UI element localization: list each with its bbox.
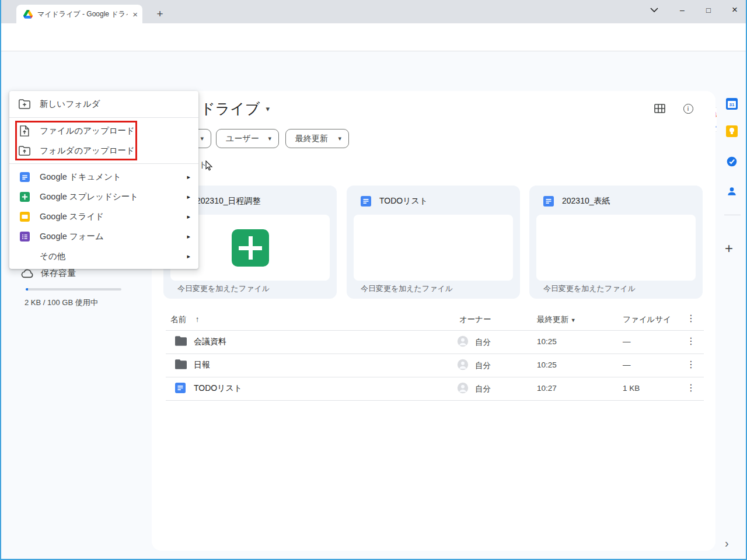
- filter-chip-user[interactable]: ユーザー ▾: [216, 129, 279, 148]
- owner-avatar: [457, 382, 469, 394]
- owner-avatar: [457, 335, 469, 347]
- menu-item-google-sheets[interactable]: Google スプレッドシート ▸: [9, 187, 198, 206]
- maximize-button[interactable]: □: [700, 0, 717, 20]
- row-menu-icon[interactable]: ⋮: [686, 359, 696, 370]
- menu-item-google-slides[interactable]: Google スライド ▸: [9, 206, 198, 226]
- submenu-arrow-icon: ▸: [187, 233, 190, 240]
- tasks-icon[interactable]: [725, 155, 738, 168]
- table-row[interactable]: 会議資料 自分 10:25 — ⋮: [152, 330, 715, 354]
- docs-icon: [175, 383, 186, 393]
- keep-icon[interactable]: [725, 125, 738, 138]
- info-icon[interactable]: i: [682, 102, 694, 115]
- menu-item-google-forms[interactable]: Google フォーム ▸: [9, 226, 198, 246]
- slides-icon: [19, 212, 30, 222]
- card-file-name: TODOリスト: [379, 196, 428, 206]
- table-row[interactable]: TODOリスト 自分 10:27 1 KB ⋮: [152, 377, 715, 400]
- get-addons-icon[interactable]: +: [725, 240, 733, 257]
- filter-chip-modified[interactable]: 最終更新 ▾: [285, 129, 349, 148]
- card-file-name: 202310_日程調整: [196, 196, 261, 206]
- chevron-down-icon: ▾: [200, 135, 204, 142]
- close-button[interactable]: ×: [726, 0, 743, 20]
- card-reason: 今日変更を加えたファイル: [543, 284, 636, 294]
- google-side-panel: 31 +: [717, 85, 747, 560]
- storage-progress-bar: [26, 288, 121, 290]
- mouse-cursor: [205, 160, 213, 171]
- hide-side-panel-icon[interactable]: ›: [725, 537, 729, 550]
- submenu-arrow-icon: ▸: [187, 253, 190, 260]
- minimize-button[interactable]: –: [673, 0, 691, 20]
- folder-icon: [175, 359, 187, 369]
- column-modified[interactable]: 最終更新 ▼: [537, 314, 576, 325]
- owner-label: 自分: [475, 337, 491, 348]
- browser-tab[interactable]: マイドライブ - Google ドライブ ×: [16, 5, 142, 23]
- columns-menu-icon[interactable]: ⋮: [686, 313, 696, 324]
- owner-label: 自分: [475, 360, 491, 371]
- modified-time: 10:27: [537, 384, 557, 393]
- menu-item-more[interactable]: その他 ▸: [9, 246, 198, 266]
- storage-item[interactable]: 保存容量: [21, 268, 76, 279]
- column-owner[interactable]: オーナー: [459, 314, 491, 325]
- folder-icon: [175, 336, 187, 346]
- browser-window: マイドライブ - Google ドライブ × + – □ × ← → ↻ dri…: [0, 0, 747, 560]
- chevron-down-icon: ▾: [268, 135, 271, 142]
- row-menu-icon[interactable]: ⋮: [686, 335, 696, 346]
- table-row[interactable]: 日報 自分 10:25 — ⋮: [152, 354, 715, 377]
- card-reason: 今日変更を加えたファイル: [361, 284, 453, 294]
- owner-avatar: [457, 359, 469, 370]
- storage-label: 保存容量: [41, 268, 76, 279]
- docs-icon: [543, 196, 554, 206]
- card-preview: [354, 215, 513, 281]
- new-tab-button[interactable]: +: [153, 7, 167, 21]
- modified-time: 10:25: [537, 337, 557, 346]
- sort-ascending-icon: ↑: [196, 315, 200, 324]
- tab-search-icon[interactable]: [645, 0, 663, 20]
- column-name[interactable]: 名前 ↑: [170, 314, 200, 325]
- suggested-card[interactable]: 202310_表紙 今日変更を加えたファイル: [529, 186, 703, 299]
- file-size: 1 KB: [623, 384, 640, 393]
- card-preview: [536, 215, 696, 281]
- contacts-icon[interactable]: [725, 185, 738, 198]
- file-name: 会議資料: [194, 337, 226, 347]
- sort-descending-icon: ▼: [571, 317, 576, 323]
- owner-label: 自分: [475, 384, 491, 394]
- submenu-arrow-icon: ▸: [187, 213, 190, 220]
- modified-time: 10:25: [537, 360, 557, 369]
- drive-favicon: [23, 10, 33, 19]
- calendar-icon[interactable]: 31: [725, 97, 738, 110]
- grid-view-icon[interactable]: [653, 102, 666, 115]
- submenu-arrow-icon: ▸: [187, 173, 190, 181]
- docs-icon: [19, 172, 30, 182]
- main-content: マイドライブ ▾ i 種類 ▾ ユーザー ▾ 最終更新 ▾ 候補リスト: [152, 91, 715, 551]
- card-file-name: 202310_表紙: [562, 196, 610, 206]
- column-size[interactable]: ファイルサイ: [623, 314, 671, 325]
- sheets-icon: [19, 192, 30, 202]
- card-reason: 今日変更を加えたファイル: [177, 284, 270, 294]
- folder-plus-icon: [19, 99, 30, 109]
- docs-icon: [361, 196, 371, 206]
- row-menu-icon[interactable]: ⋮: [686, 382, 696, 393]
- panel-divider: [724, 215, 741, 215]
- menu-item-new-folder[interactable]: 新しいフォルダ: [9, 91, 198, 117]
- tab-close-icon[interactable]: ×: [132, 10, 138, 19]
- new-menu: 新しいフォルダ ファイルのアップロード: [9, 91, 198, 269]
- file-size: —: [623, 337, 631, 346]
- file-name: TODOリスト: [194, 383, 242, 394]
- title-caret-icon: ▾: [266, 104, 270, 113]
- drive-header: ドライブ ? ⚙ ECCS Cloud: [1, 51, 746, 85]
- tab-strip: マイドライブ - Google ドライブ × + – □ ×: [1, 0, 746, 23]
- submenu-arrow-icon: ▸: [187, 193, 190, 201]
- forms-icon: [19, 232, 30, 242]
- suggested-card[interactable]: TODOリスト 今日変更を加えたファイル: [347, 186, 520, 299]
- sheets-logo-large: [232, 229, 269, 267]
- file-name: 日報: [194, 360, 210, 370]
- annotation-highlight-box: [15, 121, 137, 160]
- browser-toolbar: ← → ↻ drive.google.com/drive/my-drive ☆ …: [1, 23, 746, 51]
- tab-title: マイドライブ - Google ドライブ: [37, 9, 128, 19]
- chevron-down-icon: ▾: [338, 135, 341, 142]
- storage-usage-text: 2 KB / 100 GB 使用中: [25, 298, 98, 308]
- file-size: —: [623, 360, 631, 369]
- menu-item-google-docs[interactable]: Google ドキュメント ▸: [9, 167, 198, 187]
- cloud-icon: [21, 269, 34, 278]
